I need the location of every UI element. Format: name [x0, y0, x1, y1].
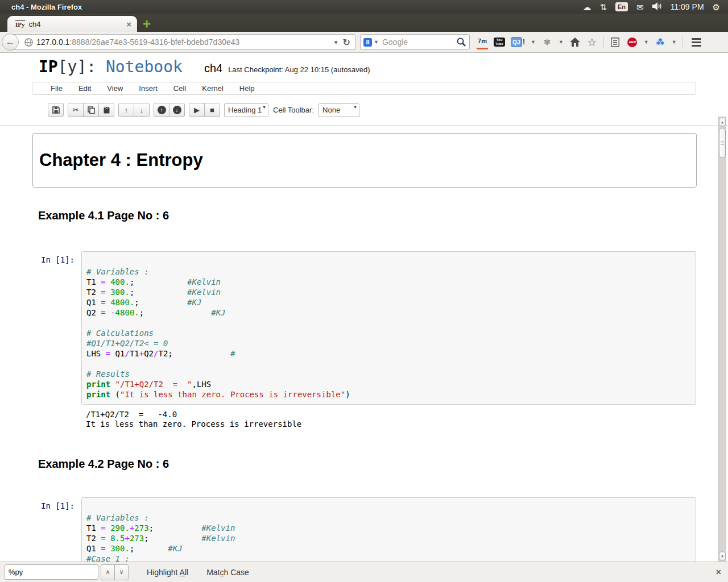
code-line: Q1 = 300.; #KJ [86, 543, 696, 554]
url-dropdown-icon[interactable]: ▼ [333, 39, 339, 45]
save-button[interactable] [48, 103, 64, 117]
code-line: Q2 = -4800.; #KJ [86, 307, 696, 318]
menu-file[interactable]: File [43, 84, 71, 93]
cell-code-1[interactable]: In [1]: # Variables :T1 = 400.; #KelvinT… [0, 251, 728, 405]
bookmark-star-icon[interactable]: ☆ [586, 36, 598, 48]
code-input-area[interactable]: # Variables :T1 = 290.+273; #KelvinT2 = … [81, 497, 696, 562]
page-scrollbar[interactable]: ▲ ▼ [718, 117, 726, 562]
insert-cell-below-button[interactable]: ↓ [169, 103, 185, 117]
code-input-area[interactable]: # Variables :T1 = 400.; #KelvinT2 = 300.… [81, 251, 696, 405]
code-line: # Calculations [86, 328, 696, 338]
reload-icon[interactable]: ↻ [343, 37, 350, 48]
new-tab-button[interactable]: + [143, 17, 151, 31]
find-next-button[interactable]: ∨ [114, 564, 129, 580]
highlight-all-button[interactable]: Highlight All [147, 568, 188, 577]
browser-content: IP[y]: Notebook ch4 Last Checkpoint: Aug… [0, 53, 728, 562]
insert-cell-above-button[interactable]: ↑ [154, 103, 169, 117]
cell-toolbar-select[interactable]: None▼ [318, 103, 359, 117]
chevron-down-icon: ∨ [119, 568, 123, 576]
menu-insert[interactable]: Insert [131, 84, 166, 93]
find-input[interactable]: %py [5, 564, 98, 580]
code-line: T1 = 290.+273; #Kelvin [86, 523, 696, 533]
url-path: :8888/26ae74e3-5619-4316-bfef-bdebd7d30e… [69, 38, 329, 47]
tab-close-icon[interactable]: × [126, 20, 131, 28]
cell-code-2[interactable]: In [1]: # Variables :T1 = 290.+273; #Kel… [0, 497, 728, 562]
cloud-sync-icon[interactable]: ☁ [582, 3, 591, 11]
network-updown-icon[interactable]: ⇅ [599, 3, 607, 11]
cell-heading3-example42[interactable]: Example 4.2 Page No : 6 [38, 456, 728, 471]
extension-blue-icon[interactable]: ⁂ [655, 36, 666, 48]
code-line: T2 = 8.5+273; #Kelvin [86, 533, 696, 543]
7m-addon-icon[interactable]: 7m [477, 35, 488, 49]
notebook-header: IP[y]: Notebook ch4 Last Checkpoint: Aug… [0, 53, 728, 80]
copy-cell-button[interactable] [83, 103, 99, 117]
adblock-dropdown-icon[interactable]: ▼ [644, 39, 649, 45]
cell-type-select[interactable]: Heading 1▼ [224, 103, 268, 117]
globe-icon [24, 38, 33, 47]
code-line: LHS = Q1/T1+Q2/T2; # [86, 348, 696, 359]
ipython-logo[interactable]: IP[y]: Notebook [39, 59, 183, 76]
cell-heading1-selected[interactable]: Chapter 4 : Entropy [32, 133, 697, 188]
search-engine-icon[interactable]: 8 [363, 38, 372, 47]
cut-cell-button[interactable]: ✂ [68, 103, 84, 117]
menu-hamburger-icon[interactable] [691, 36, 702, 48]
code-line: # Variables : [86, 267, 696, 277]
notebook-filename[interactable]: ch4 [204, 62, 222, 75]
play-icon: ▶ [194, 106, 200, 114]
paste-cell-button[interactable] [98, 103, 114, 117]
move-cell-up-button[interactable]: ↑ [118, 103, 134, 117]
menu-help[interactable]: Help [231, 84, 263, 93]
code-editor[interactable]: # Variables :T1 = 290.+273; #KelvinT2 = … [86, 502, 696, 562]
find-close-icon[interactable]: × [716, 567, 721, 577]
adblock-plus-icon[interactable]: ABP [627, 36, 638, 48]
toolbar-separator [603, 36, 604, 48]
back-button[interactable]: ← [2, 34, 19, 51]
menu-cell[interactable]: Cell [166, 84, 194, 93]
volume-icon[interactable] [652, 2, 662, 11]
url-bar[interactable]: 127.0.0.1:8888/26ae74e3-5619-4316-bfef-b… [11, 34, 355, 50]
select-arrow-icon: ▼ [262, 105, 266, 109]
menu-kernel[interactable]: Kernel [194, 84, 231, 93]
magnifier-icon[interactable] [456, 37, 466, 47]
code-line: # Results [86, 369, 696, 379]
search-engine-dropdown-icon[interactable]: ▼ [374, 39, 379, 45]
clipboard-icon [103, 106, 110, 114]
home-icon[interactable] [569, 36, 581, 48]
match-case-button[interactable]: Match Case [206, 568, 249, 577]
code-line: T2 = 300.; #Kelvin [86, 287, 696, 297]
bookmarks-sidebar-icon[interactable] [610, 36, 621, 48]
mail-icon[interactable]: ✉ [636, 3, 644, 11]
session-gear-icon[interactable]: ⚙ [713, 3, 720, 11]
scrollbar-up-button[interactable]: ▲ [719, 117, 726, 127]
circle-arrow-down-icon: ↓ [173, 106, 181, 114]
scrollbar-thumb[interactable] [719, 128, 726, 158]
notebook-toolbar: ✂ ↑ ↓ ↑ ↓ ▶ ■ Heading 1▼ Cell Toolbar: N… [48, 102, 728, 118]
keyboard-layout-indicator[interactable]: En [615, 2, 628, 11]
window-title: ch4 - Mozilla Firefox [11, 3, 82, 11]
find-bar: %py ∧ ∨ Highlight All Match Case × [0, 562, 728, 582]
menu-view[interactable]: View [99, 84, 131, 93]
extension-dropdown-icon[interactable]: ▼ [559, 39, 564, 45]
youtube-addon-icon[interactable]: YouTube [494, 36, 505, 48]
find-previous-button[interactable]: ∧ [101, 564, 115, 580]
cell-heading3-example41[interactable]: Example 4.1 Page No : 6 [38, 208, 728, 223]
code-editor[interactable]: # Variables :T1 = 400.; #KelvinT2 = 300.… [86, 256, 696, 400]
run-cell-button[interactable]: ▶ [189, 103, 205, 117]
search-bar[interactable]: 8 ▼ Google [360, 34, 470, 50]
addon-icon-row: 7m YouTube QJ! ▼ ✾ ▼ ☆ ABP ▼ ⁂ ▼ [477, 32, 725, 52]
checkpoint-status: Last Checkpoint: Aug 22 10:15 (autosaved… [228, 65, 370, 74]
clock[interactable]: 11:09 PM [671, 2, 704, 11]
extension-blue-dropdown-icon[interactable]: ▼ [672, 39, 677, 45]
code-line [86, 256, 696, 267]
interrupt-kernel-button[interactable]: ■ [204, 103, 220, 117]
move-cell-down-button[interactable]: ↓ [134, 103, 150, 117]
tab-ch4[interactable]: IPy ch4 × [7, 16, 137, 32]
screen: ch4 - Mozilla Firefox ☁ ⇅ En ✉ 11:09 PM … [0, 0, 728, 582]
qj-addon-icon[interactable]: QJ! [511, 36, 525, 48]
stop-icon: ■ [210, 106, 214, 114]
menu-edit[interactable]: Edit [71, 84, 99, 93]
scrollbar-down-button[interactable]: ▼ [719, 551, 726, 561]
qj-dropdown-icon[interactable]: ▼ [531, 39, 536, 45]
extension-bird-icon[interactable]: ✾ [541, 36, 553, 48]
notebook-menubar: File Edit View Insert Cell Kernel Help [32, 82, 696, 95]
